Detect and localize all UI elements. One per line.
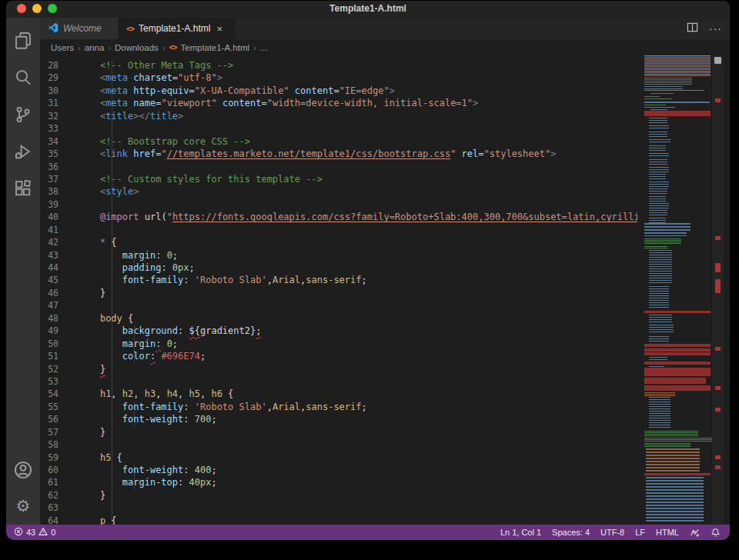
eol-setting[interactable]: LF (635, 528, 645, 537)
breadcrumb-separator: › (162, 43, 166, 52)
code-line[interactable]: p { (78, 515, 637, 525)
line-number: 48 (40, 313, 59, 325)
code-line[interactable]: margin-top: 40px; (78, 477, 637, 489)
line-number: 32 (40, 111, 59, 123)
tab-close-icon[interactable]: × (216, 23, 222, 35)
code-line[interactable]: } (78, 288, 637, 300)
code-line[interactable]: font-family: 'Roboto Slab',Arial,sans-se… (78, 275, 637, 287)
code-line[interactable]: @import url("https://fonts.googleapis.co… (78, 212, 637, 224)
line-number: 39 (40, 199, 59, 212)
minimap-block (644, 311, 711, 313)
code-line[interactable] (78, 199, 637, 212)
editor-actions: ··· (687, 18, 722, 39)
run-debug-icon[interactable] (6, 135, 40, 168)
code-line[interactable]: <!-- Bootstrap core CSS --> (78, 136, 637, 148)
code-line[interactable]: font-weight: 700; (78, 414, 637, 426)
code-line[interactable]: margin: 0; (78, 250, 637, 262)
minimap[interactable] (643, 55, 712, 525)
notifications-bell-icon[interactable] (711, 528, 721, 538)
minimap-block (649, 357, 667, 361)
problems-status[interactable]: 43 0 (14, 527, 55, 538)
code-line[interactable]: <meta name="viewport" content="width=dev… (78, 98, 637, 110)
code-line[interactable]: font-weight: 400; (78, 465, 637, 477)
gutter: 2829303132333435363738394041424344454647… (40, 60, 59, 525)
code-line[interactable]: padding: 0px; (78, 262, 637, 275)
code-line[interactable]: <!-- Custom styles for this template --> (78, 174, 637, 186)
line-number: 30 (40, 85, 59, 98)
more-actions-icon[interactable]: ··· (709, 22, 722, 35)
settings-gear-icon[interactable]: ⚙ (6, 488, 40, 522)
explorer-icon[interactable] (6, 24, 40, 58)
code-line[interactable] (78, 376, 637, 388)
code-line[interactable]: } (78, 490, 637, 502)
breadcrumb-item[interactable]: Users (51, 43, 74, 52)
minimap-block (644, 223, 691, 231)
minimap-block (644, 385, 711, 391)
line-number: 58 (40, 439, 59, 452)
minimap-block (644, 102, 710, 104)
code-line[interactable]: margin: 0; (78, 338, 637, 351)
code-line[interactable]: <!-- Other Meta Tags --> (78, 60, 637, 72)
encoding[interactable]: UTF-8 (600, 528, 624, 537)
breadcrumb-item[interactable]: Downloads (115, 43, 159, 52)
code-line[interactable]: background: ${gradient2}; (78, 325, 637, 338)
line-number: 41 (40, 225, 59, 237)
tab-template1-a-html[interactable]: <> Template1-A.html × (119, 18, 236, 39)
editor-pane[interactable]: 2829303132333435363738394041424344454647… (40, 55, 730, 525)
status-bar: 43 0 Ln 1, Col 1 Spaces: 4 UTF-8 LF HTML (6, 525, 730, 540)
minimap-block (644, 443, 691, 448)
code-line[interactable] (78, 162, 637, 174)
error-ruler-mark (715, 279, 721, 293)
code-line[interactable] (78, 502, 637, 515)
code-line[interactable]: <meta http-equiv="X-UA-Compatible" conte… (78, 85, 637, 98)
search-icon[interactable] (6, 61, 40, 95)
minimap-block (644, 105, 666, 106)
code-line[interactable] (78, 439, 637, 452)
minimap-block (649, 210, 667, 216)
line-number: 36 (40, 162, 59, 174)
code-line[interactable]: } (78, 364, 637, 376)
code-line[interactable]: color: #696E74; (78, 351, 637, 363)
source-control-icon[interactable] (6, 98, 40, 132)
code-line[interactable] (78, 225, 637, 237)
accounts-icon[interactable] (6, 453, 40, 487)
warning-icon (38, 527, 48, 538)
code-line[interactable]: font-family: 'Roboto Slab',Arial,sans-se… (78, 402, 637, 414)
minimap-block (649, 397, 670, 429)
code-line[interactable]: <meta charset="utf-8"> (78, 72, 637, 85)
code-line[interactable]: } (78, 427, 637, 439)
breadcrumb-item[interactable]: ... (260, 43, 268, 52)
line-number: 60 (40, 465, 59, 477)
minimap-block (644, 111, 711, 116)
minimap-block (646, 448, 700, 472)
indentation-setting[interactable]: Spaces: 4 (552, 528, 590, 537)
line-number: 56 (40, 414, 59, 426)
code-line[interactable]: body { (78, 313, 637, 325)
code-line[interactable]: h1, h2, h3, h4, h5, h6 { (78, 388, 637, 401)
minimap-block (649, 159, 667, 165)
extensions-icon[interactable] (6, 172, 40, 205)
code-line[interactable] (78, 123, 637, 135)
breadcrumb-item[interactable]: anna (85, 43, 105, 52)
code-line[interactable]: <link href="//templates.marketo.net/temp… (78, 148, 637, 161)
window-title: Template1-A.html (6, 3, 730, 14)
breadcrumb-item[interactable]: Template1-A.html (181, 43, 249, 52)
minimap-block (644, 438, 712, 442)
code-line[interactable]: h5 { (78, 452, 637, 465)
feedback-icon[interactable] (690, 528, 700, 538)
split-editor-icon[interactable] (687, 22, 698, 36)
breadcrumb[interactable]: Users›anna›Downloads›<>Template1-A.html›… (40, 39, 730, 55)
line-number: 54 (40, 388, 59, 401)
minimap-block (644, 107, 675, 108)
code-line[interactable]: <title></title> (78, 111, 637, 123)
vscode-logo-icon (48, 22, 59, 35)
cursor-position[interactable]: Ln 1, Col 1 (500, 528, 541, 537)
code-line[interactable]: <style> (78, 186, 637, 198)
tab-welcome[interactable]: Welcome (40, 18, 119, 39)
code-line[interactable] (78, 300, 637, 312)
code-line[interactable]: * { (78, 237, 637, 249)
language-mode[interactable]: HTML (656, 528, 679, 537)
overview-ruler[interactable] (712, 55, 724, 525)
minimap-block (644, 55, 711, 77)
scrollbar-thumb[interactable] (714, 57, 721, 64)
